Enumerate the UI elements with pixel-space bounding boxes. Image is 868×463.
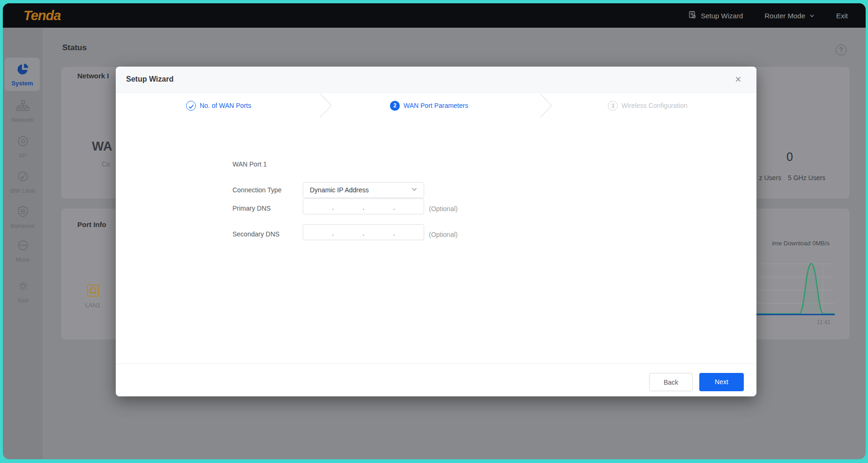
router-mode-label: Router Mode	[764, 12, 805, 20]
wan-port-heading: WAN Port 1	[232, 160, 267, 168]
sidebar-item-bw-limit[interactable]: BW Limit	[3, 170, 43, 194]
back-button[interactable]: Back	[649, 373, 693, 391]
gauge-icon	[3, 170, 43, 185]
connection-type-select[interactable]: Dynamic IP Address	[303, 182, 424, 198]
step-separator-chevron	[540, 94, 552, 117]
next-button[interactable]: Next	[699, 373, 744, 391]
sidebar-item-system[interactable]: System	[5, 58, 40, 91]
setup-wizard-icon	[688, 11, 696, 20]
sidebar-item-label: System	[11, 80, 33, 87]
network-info-card-title: Network I	[77, 72, 109, 80]
topbar: Tenda Setup Wizard Router Mode	[3, 3, 866, 28]
sidebar-item-label: Tool	[17, 297, 29, 304]
wizard-step-label: Wireless Configuration	[621, 102, 688, 109]
sidebar-item-behavior[interactable]: Behavior	[3, 205, 43, 229]
sidebar-item-ap[interactable]: AP	[3, 135, 43, 159]
chart-legend: ime Download 0MB/s	[772, 240, 830, 247]
modal-header: Setup Wizard ×	[116, 67, 756, 93]
secondary-dns-label: Secondary DNS	[232, 230, 279, 238]
shield-icon	[3, 205, 43, 220]
sidebar-item-label: Network	[12, 116, 34, 123]
sidebar-item-network[interactable]: Network	[3, 99, 43, 123]
5ghz-users-label: 5 GHz Users	[788, 174, 825, 182]
wizard-step-2: 2 WAN Port Parameters	[390, 100, 468, 111]
exit-label: Exit	[836, 12, 848, 20]
ap-icon	[3, 135, 43, 150]
sidebar-item-label: Behavior	[11, 222, 35, 229]
wizard-step-label: WAN Port Parameters	[404, 102, 468, 109]
help-icon[interactable]: ?	[836, 45, 846, 55]
modal-title: Setup Wizard	[126, 75, 173, 83]
lan-port-icon	[87, 290, 99, 298]
pie-chart-icon	[5, 62, 40, 78]
24ghz-users-label: z Users	[759, 174, 781, 182]
gear-icon	[3, 280, 43, 295]
connection-status-text: Co	[102, 160, 110, 168]
sidebar: System Network AP	[3, 28, 43, 459]
setup-wizard-menu[interactable]: Setup Wizard	[688, 11, 743, 20]
lan-port-item: LAN1	[79, 284, 107, 309]
modal-footer: Back Next	[116, 364, 756, 396]
chevron-down-icon	[809, 12, 815, 20]
secondary-dns-input[interactable]: . . .	[303, 224, 424, 240]
step-number-badge: 3	[608, 101, 618, 111]
primary-dns-label: Primary DNS	[232, 205, 271, 212]
check-icon	[186, 101, 196, 111]
page-title: Status	[62, 43, 87, 53]
step-number-badge: 2	[390, 101, 400, 111]
optional-hint: (Optional)	[429, 205, 457, 213]
ellipsis-icon	[3, 239, 43, 254]
5ghz-users-count: 0	[786, 150, 793, 164]
wizard-step-1: No. of WAN Ports	[186, 100, 251, 111]
network-tree-icon	[3, 99, 43, 114]
chevron-down-icon	[411, 186, 418, 194]
optional-hint: (Optional)	[429, 231, 457, 238]
sidebar-item-tool[interactable]: Tool	[3, 280, 43, 304]
port-info-card-title: Port Info	[77, 220, 106, 228]
sidebar-item-label: More	[16, 256, 30, 263]
sidebar-item-label: AP	[19, 152, 27, 159]
wizard-step-label: No. of WAN Ports	[200, 102, 251, 109]
sidebar-item-label: BW Limit	[11, 187, 35, 194]
sidebar-item-more[interactable]: More	[3, 239, 43, 263]
close-icon[interactable]: ×	[732, 74, 744, 86]
setup-wizard-modal: Setup Wizard × No. of WAN Ports 2 WAN Po…	[116, 67, 756, 396]
wizard-step-3: 3 Wireless Configuration	[608, 100, 688, 111]
chart-time-tick: 11:41	[817, 319, 831, 326]
connection-type-value: Dynamic IP Address	[310, 186, 411, 194]
app-viewport: Tenda Setup Wizard Router Mode	[3, 3, 866, 459]
primary-dns-input[interactable]: . . .	[303, 198, 424, 214]
connection-type-label: Connection Type	[232, 186, 282, 194]
router-mode-dropdown[interactable]: Router Mode	[764, 12, 815, 20]
setup-wizard-label: Setup Wizard	[701, 12, 743, 20]
exit-button[interactable]: Exit	[836, 12, 848, 20]
tenda-logo: Tenda	[23, 8, 60, 23]
wan-status-text: WA	[92, 139, 112, 154]
lan-port-label: LAN1	[79, 302, 107, 309]
step-separator-chevron	[320, 94, 332, 117]
